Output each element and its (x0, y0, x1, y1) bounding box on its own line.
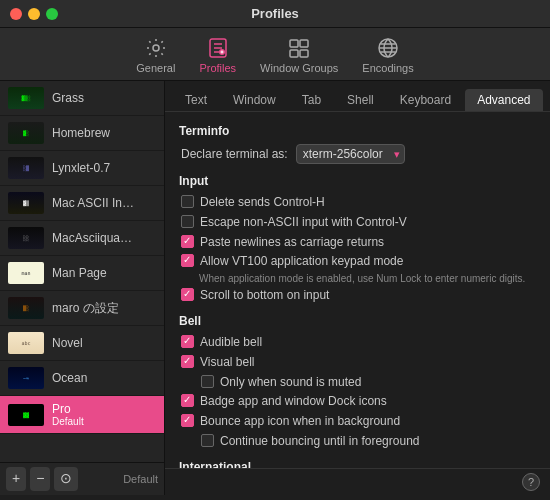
window-groups-icon (287, 36, 311, 60)
profile-thumb-macascii: ▓▒ (8, 192, 44, 214)
profile-name-macascii: Mac ASCII In… (52, 196, 134, 210)
declare-select-wrap: xterm-256color (296, 144, 405, 164)
profile-item-pro[interactable]: ▓▓ Pro Default (0, 396, 164, 434)
checkbox-continue-bouncing-input[interactable] (201, 434, 214, 447)
tab-bar: Text Window Tab Shell Keyboard Advanced (165, 81, 550, 112)
profile-name-pro: Pro (52, 402, 84, 416)
profile-name-macasciiqua: MacAsciiqua… (52, 231, 132, 245)
title-bar: Profiles (0, 0, 550, 28)
profile-name-ocean: Ocean (52, 371, 87, 385)
tab-shell[interactable]: Shell (335, 89, 386, 111)
globe-icon (376, 36, 400, 60)
nav-general-label: General (136, 62, 175, 74)
profile-item-novel[interactable]: abc Novel (0, 326, 164, 361)
profile-thumb-lynxlet: ░▒ (8, 157, 44, 179)
profile-thumb-ocean: ~≈ (8, 367, 44, 389)
checkbox-visual-bell: Visual bell (179, 354, 536, 371)
profile-info-novel: Novel (52, 336, 83, 350)
profile-item-ocean[interactable]: ~≈ Ocean (0, 361, 164, 396)
checkbox-visual-bell-input[interactable] (181, 355, 194, 368)
checkbox-delete-ctrl-h: Delete sends Control-H (179, 194, 536, 211)
other-profile-button[interactable]: ⊙ (54, 467, 78, 491)
checkbox-escape-non-ascii: Escape non-ASCII input with Control-V (179, 214, 536, 231)
profile-info-manpage: Man Page (52, 266, 107, 280)
profile-item-macasciiqua[interactable]: ░░ MacAsciiqua… (0, 221, 164, 256)
profile-default-label: Default (52, 416, 84, 427)
profiles-icon (206, 36, 230, 60)
sidebar: ▓▒░ Grass ▓░ Homebrew ░▒ (0, 81, 165, 495)
checkbox-escape-non-ascii-input[interactable] (181, 215, 194, 228)
nav-item-window-groups[interactable]: Window Groups (260, 36, 338, 74)
checkbox-scroll-bottom: Scroll to bottom on input (179, 287, 536, 304)
checkbox-badge-app-input[interactable] (181, 394, 194, 407)
sidebar-footer: + − ⊙ Default (0, 462, 164, 495)
nav-toolbar: General Profiles Window Groups (0, 28, 550, 81)
profile-name-manpage: Man Page (52, 266, 107, 280)
tab-window[interactable]: Window (221, 89, 288, 111)
declare-label: Declare terminal as: (181, 147, 288, 161)
terminfo-row: Declare terminal as: xterm-256color (179, 144, 536, 164)
window-title: Profiles (251, 6, 299, 21)
profile-name-lynxlet: Lynxlet-0.7 (52, 161, 110, 175)
main-content: ▓▒░ Grass ▓░ Homebrew ░▒ (0, 81, 550, 495)
tab-tab[interactable]: Tab (290, 89, 333, 111)
profile-name-homebrew: Homebrew (52, 126, 110, 140)
checkbox-paste-newlines-label: Paste newlines as carriage returns (200, 234, 384, 251)
profile-info-macascii: Mac ASCII In… (52, 196, 134, 210)
maximize-button[interactable] (46, 8, 58, 20)
profile-info-maro: maro の設定 (52, 300, 119, 317)
profile-item-macascii[interactable]: ▓▒ Mac ASCII In… (0, 186, 164, 221)
input-hint: When application mode is enabled, use Nu… (179, 273, 536, 284)
add-profile-button[interactable]: + (6, 467, 26, 491)
profile-item-grass[interactable]: ▓▒░ Grass (0, 81, 164, 116)
profile-name-grass: Grass (52, 91, 84, 105)
profile-info-grass: Grass (52, 91, 84, 105)
checkbox-allow-vt100-input[interactable] (181, 254, 194, 267)
nav-item-general[interactable]: General (136, 36, 175, 74)
checkbox-scroll-bottom-input[interactable] (181, 288, 194, 301)
checkbox-paste-newlines: Paste newlines as carriage returns (179, 234, 536, 251)
checkbox-allow-vt100-label: Allow VT100 application keypad mode (200, 253, 403, 270)
profile-thumb-grass: ▓▒░ (8, 87, 44, 109)
checkbox-bounce-icon: Bounce app icon when in background (179, 413, 536, 430)
tab-advanced[interactable]: Advanced (465, 89, 542, 111)
nav-item-profiles[interactable]: Profiles (199, 36, 236, 74)
checkbox-bounce-icon-input[interactable] (181, 414, 194, 427)
remove-profile-button[interactable]: − (30, 467, 50, 491)
close-button[interactable] (10, 8, 22, 20)
minimize-button[interactable] (28, 8, 40, 20)
checkbox-only-when-muted-input[interactable] (201, 375, 214, 388)
panel-body: Terminfo Declare terminal as: xterm-256c… (165, 112, 550, 468)
checkbox-delete-ctrl-h-input[interactable] (181, 195, 194, 208)
checkbox-badge-app-label: Badge app and window Dock icons (200, 393, 387, 410)
declare-select[interactable]: xterm-256color (296, 144, 405, 164)
checkbox-allow-vt100: Allow VT100 application keypad mode (179, 253, 536, 270)
profile-thumb-maro: ▒░ (8, 297, 44, 319)
help-button[interactable]: ? (522, 473, 540, 491)
profile-info-lynxlet: Lynxlet-0.7 (52, 161, 110, 175)
gear-icon (144, 36, 168, 60)
section-title-terminfo: Terminfo (179, 124, 536, 138)
profile-info-macasciiqua: MacAsciiqua… (52, 231, 132, 245)
profile-info-ocean: Ocean (52, 371, 87, 385)
checkbox-paste-newlines-input[interactable] (181, 235, 194, 248)
checkbox-escape-non-ascii-label: Escape non-ASCII input with Control-V (200, 214, 407, 231)
profile-item-lynxlet[interactable]: ░▒ Lynxlet-0.7 (0, 151, 164, 186)
checkbox-only-when-muted: Only when sound is muted (179, 374, 536, 391)
nav-item-encodings[interactable]: Encodings (362, 36, 413, 74)
checkbox-badge-app: Badge app and window Dock icons (179, 393, 536, 410)
nav-encodings-label: Encodings (362, 62, 413, 74)
panel-footer: ? (165, 468, 550, 495)
profile-item-maro[interactable]: ▒░ maro の設定 (0, 291, 164, 326)
tab-text[interactable]: Text (173, 89, 219, 111)
checkbox-continue-bouncing: Continue bouncing until in foreground (179, 433, 536, 450)
profile-item-manpage[interactable]: man Man Page (0, 256, 164, 291)
tab-keyboard[interactable]: Keyboard (388, 89, 463, 111)
checkbox-audible-bell-input[interactable] (181, 335, 194, 348)
svg-rect-6 (290, 40, 298, 47)
profile-list: ▓▒░ Grass ▓░ Homebrew ░▒ (0, 81, 164, 462)
section-title-input: Input (179, 174, 536, 188)
checkbox-only-when-muted-label: Only when sound is muted (220, 374, 361, 391)
svg-rect-8 (290, 50, 298, 57)
profile-item-homebrew[interactable]: ▓░ Homebrew (0, 116, 164, 151)
